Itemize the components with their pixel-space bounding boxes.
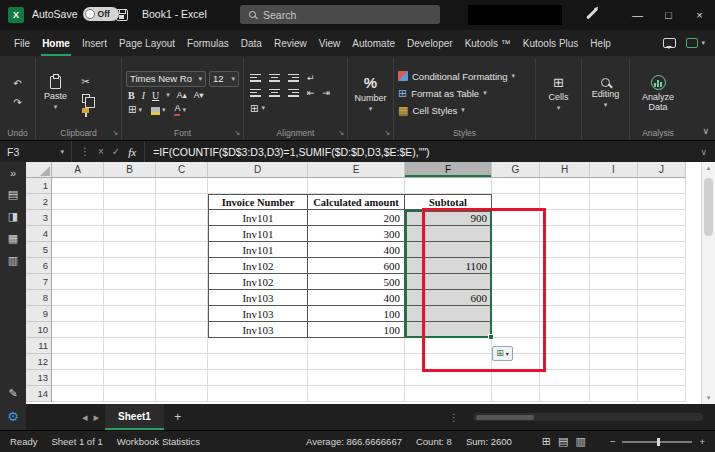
cell-J8[interactable] xyxy=(638,290,686,306)
cell-G6[interactable] xyxy=(492,258,540,274)
cell-B6[interactable] xyxy=(104,258,156,274)
cell-I1[interactable] xyxy=(590,178,638,194)
cell-H14[interactable] xyxy=(540,386,590,402)
zoom-slider[interactable] xyxy=(622,441,692,443)
autofill-options-button[interactable]: ⊞ ▾ xyxy=(492,346,513,361)
decrease-font-size-button[interactable]: A▾ xyxy=(194,90,204,100)
cell-I9[interactable] xyxy=(590,306,638,322)
cell-J6[interactable] xyxy=(638,258,686,274)
cell-D4[interactable]: Inv101 xyxy=(208,226,308,242)
cell-F6[interactable]: 1100 xyxy=(405,258,492,274)
cell-B2[interactable] xyxy=(104,194,156,210)
align-center-icon[interactable] xyxy=(269,89,280,97)
cell-A8[interactable] xyxy=(52,290,104,306)
cell-I8[interactable] xyxy=(590,290,638,306)
settings-gear-icon[interactable]: ⚙ xyxy=(7,409,19,424)
cell-I3[interactable] xyxy=(590,210,638,226)
row-header-14[interactable]: 14 xyxy=(26,386,52,402)
cell-A1[interactable] xyxy=(52,178,104,194)
cell-J2[interactable] xyxy=(638,194,686,210)
cell-H6[interactable] xyxy=(540,258,590,274)
cell-C11[interactable] xyxy=(156,338,208,354)
cell-B10[interactable] xyxy=(104,322,156,338)
align-left-icon[interactable] xyxy=(250,89,261,97)
cell-H4[interactable] xyxy=(540,226,590,242)
vertical-scrollbar[interactable]: ▴ ▾ xyxy=(701,162,715,404)
analyze-data-button[interactable]: Analyze Data xyxy=(634,74,682,113)
cell-A11[interactable] xyxy=(52,338,104,354)
cell-D5[interactable]: Inv101 xyxy=(208,242,308,258)
cell-G13[interactable] xyxy=(492,370,540,386)
cell-I12[interactable] xyxy=(590,354,638,370)
font-size-select[interactable]: 12▾ xyxy=(209,71,239,87)
column-header-C[interactable]: C xyxy=(156,162,208,178)
cell-J12[interactable] xyxy=(638,354,686,370)
cell-H12[interactable] xyxy=(540,354,590,370)
cell-E11[interactable] xyxy=(308,338,405,354)
grid-view-icon[interactable]: ▦ xyxy=(8,232,18,245)
cell-F5[interactable] xyxy=(405,242,492,258)
add-sheet-button[interactable]: + xyxy=(170,409,186,425)
bold-button[interactable]: B xyxy=(128,90,135,101)
undo-button[interactable]: ↶ xyxy=(9,76,26,91)
page-layout-view-icon[interactable]: ▤ xyxy=(558,435,568,448)
close-button[interactable]: × xyxy=(684,0,715,30)
name-box[interactable]: F3 ▾ xyxy=(0,141,72,162)
format-as-table-button[interactable]: ⊞ Format as Table ▾ xyxy=(398,85,531,102)
cell-B4[interactable] xyxy=(104,226,156,242)
excel-app-icon[interactable] xyxy=(8,7,24,23)
cell-F7[interactable] xyxy=(405,274,492,290)
format-painter-button[interactable] xyxy=(82,108,89,113)
cell-I4[interactable] xyxy=(590,226,638,242)
column-header-G[interactable]: G xyxy=(492,162,540,178)
row-header-4[interactable]: 4 xyxy=(26,226,52,242)
cell-C7[interactable] xyxy=(156,274,208,290)
cell-E6[interactable]: 600 xyxy=(308,258,405,274)
cell-C6[interactable] xyxy=(156,258,208,274)
cell-H7[interactable] xyxy=(540,274,590,290)
cell-B11[interactable] xyxy=(104,338,156,354)
cell-I10[interactable] xyxy=(590,322,638,338)
underline-button[interactable]: U xyxy=(152,90,159,101)
status-sum[interactable]: Sum: 2600 xyxy=(466,436,512,447)
vertical-scrollbar-thumb[interactable] xyxy=(704,178,713,236)
cell-A13[interactable] xyxy=(52,370,104,386)
row-header-6[interactable]: 6 xyxy=(26,258,52,274)
cell-C14[interactable] xyxy=(156,386,208,402)
cell-B5[interactable] xyxy=(104,242,156,258)
edit-pencil-icon[interactable]: ✎ xyxy=(8,387,17,400)
wrap-text-button[interactable]: ↵ xyxy=(307,73,315,83)
fill-color-button[interactable]: ▾ xyxy=(151,106,166,114)
copy-button[interactable] xyxy=(82,94,90,103)
horizontal-scrollbar[interactable] xyxy=(473,413,703,421)
cell-E13[interactable] xyxy=(308,370,405,386)
cell-C12[interactable] xyxy=(156,354,208,370)
cell-B7[interactable] xyxy=(104,274,156,290)
font-name-select[interactable]: Times New Ro▾ xyxy=(126,71,206,87)
cell-C3[interactable] xyxy=(156,210,208,226)
cell-I5[interactable] xyxy=(590,242,638,258)
cell-H11[interactable] xyxy=(540,338,590,354)
column-header-E[interactable]: E xyxy=(308,162,405,178)
cell-F14[interactable] xyxy=(405,386,492,402)
cell-H8[interactable] xyxy=(540,290,590,306)
status-average[interactable]: Average: 866.6666667 xyxy=(306,436,402,447)
cell-E12[interactable] xyxy=(308,354,405,370)
share-button[interactable]: ▾ xyxy=(686,38,705,48)
save-icon[interactable] xyxy=(116,9,128,21)
maximize-button[interactable]: □ xyxy=(653,0,684,30)
search-box[interactable]: Search xyxy=(240,5,440,24)
cell-J11[interactable] xyxy=(638,338,686,354)
row-header-2[interactable]: 2 xyxy=(26,194,52,210)
cell-A2[interactable] xyxy=(52,194,104,210)
cell-E14[interactable] xyxy=(308,386,405,402)
cell-D12[interactable] xyxy=(208,354,308,370)
cell-E2[interactable]: Calculated amount xyxy=(308,194,405,210)
merge-center-button[interactable]: ⊞ xyxy=(250,103,258,114)
cell-G3[interactable] xyxy=(492,210,540,226)
cell-F1[interactable] xyxy=(405,178,492,194)
middle-align-icon[interactable] xyxy=(269,74,280,82)
cell-I14[interactable] xyxy=(590,386,638,402)
row-header-10[interactable]: 10 xyxy=(26,322,52,338)
cell-D9[interactable]: Inv103 xyxy=(208,306,308,322)
